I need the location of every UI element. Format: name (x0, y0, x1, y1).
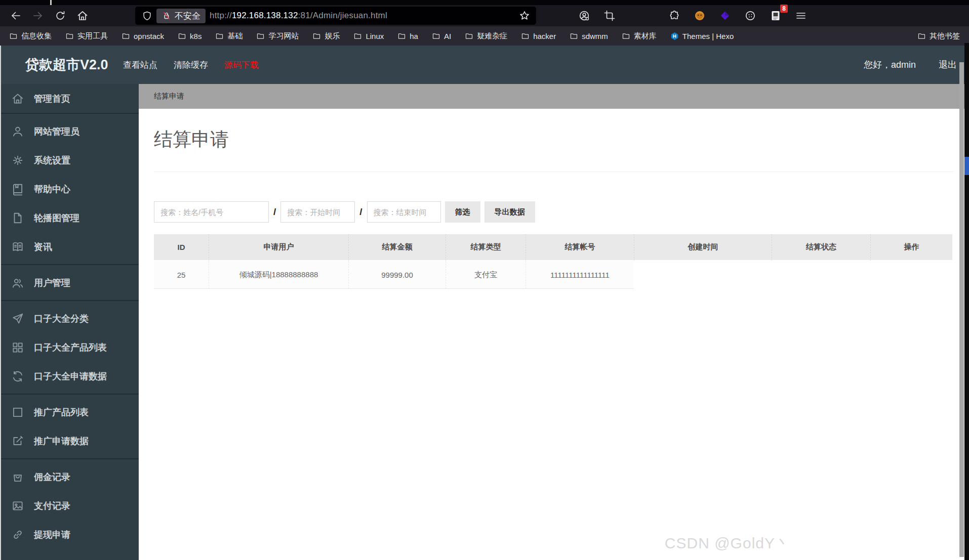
forward-icon[interactable] (30, 8, 46, 23)
extension-diamond-icon[interactable] (717, 8, 733, 23)
home-icon (11, 92, 24, 105)
news-icon (11, 240, 24, 253)
bookmark-item[interactable]: opnstack (122, 32, 164, 40)
page-head: 结算申请 (154, 109, 954, 172)
sidebar: 管理首页网站管理员系统设置帮助中心轮播图管理资讯用户管理口子大全分类口子大全产品… (0, 84, 139, 560)
table-cell: 倾城源码|18888888888 (209, 261, 348, 289)
bookmark-item[interactable]: AI (432, 32, 451, 40)
sidebar-item[interactable]: 轮播图管理 (0, 203, 139, 232)
back-icon[interactable] (8, 8, 23, 23)
table-header-row: ID申请用户结算金额结算类型结算帐号创建时间结算状态操作 (154, 234, 952, 261)
menu-hamburger-icon[interactable] (793, 8, 809, 23)
sidebar-item-label: 推广产品列表 (34, 406, 89, 418)
table-cell: 1111111111111111 (526, 261, 634, 289)
admin-nav-link[interactable]: 源码下载 (224, 59, 259, 71)
bookmark-label: ha (410, 32, 418, 40)
shield-icon[interactable] (139, 8, 154, 23)
bookmark-item[interactable]: 信息收集 (9, 31, 52, 41)
reload-icon[interactable] (53, 8, 68, 23)
bookmark-label: 学习网站 (268, 31, 299, 41)
cookie-extension-icon[interactable] (743, 8, 758, 23)
admin-nav-link[interactable]: 清除缓存 (174, 59, 208, 71)
sidebar-item[interactable]: 网站管理员 (0, 117, 139, 146)
screen-right-edge (964, 43, 969, 560)
url-bar[interactable]: 不安全 http://192.168.138.132:81/Admin/jies… (135, 7, 536, 25)
url-scheme: http:// (210, 11, 232, 20)
sidebar-item[interactable]: 系统设置 (0, 146, 139, 175)
bookmark-label: Themes | Hexo (682, 32, 734, 40)
link-icon (11, 528, 24, 541)
sidebar-item[interactable]: 口子大全申请数据 (0, 362, 139, 391)
adblock-extension-icon[interactable]: 8 (768, 8, 783, 23)
search-end-time-input[interactable] (367, 201, 441, 223)
sidebar-item-label: 口子大全产品列表 (34, 341, 107, 354)
window-left-edge (0, 46, 1, 560)
bookmark-item[interactable]: hacker (521, 32, 556, 40)
sidebar-item[interactable]: 支付记录 (0, 491, 139, 520)
folder-icon (432, 32, 440, 40)
bookmark-item[interactable]: ha (397, 32, 418, 40)
toolbar-extensions: 8 (577, 8, 809, 23)
sidebar-item-label: 推广申请数据 (34, 435, 89, 447)
bookmark-item[interactable]: sdwmm (570, 32, 608, 40)
bookmark-label: 娱乐 (325, 31, 340, 41)
filter-button[interactable]: 筛选 (445, 201, 480, 223)
bookmark-item[interactable]: k8s (178, 32, 201, 40)
sidebar-item[interactable]: 帮助中心 (0, 175, 139, 203)
export-button[interactable]: 导出数据 (485, 201, 535, 223)
account-icon[interactable] (577, 8, 592, 23)
bookmark-item[interactable]: Linux (353, 32, 384, 40)
bookmark-item[interactable]: Themes | Hexo (670, 32, 734, 40)
vertical-scrollbar[interactable] (959, 46, 964, 560)
sidebar-item[interactable]: 用户管理 (0, 268, 139, 297)
sidebar-item[interactable]: 推广产品列表 (0, 398, 139, 426)
scrollbar-thumb[interactable] (959, 62, 964, 557)
tab-separator (50, 0, 52, 5)
watermark: CSDN @GoldY丶 (665, 533, 791, 554)
sidebar-item[interactable]: 口子大全分类 (0, 304, 139, 333)
extension-fox-icon[interactable] (692, 8, 707, 23)
bookmark-star-icon[interactable] (517, 8, 532, 23)
extensions-puzzle-icon[interactable] (667, 8, 682, 23)
bookmark-item[interactable]: 疑难杂症 (465, 31, 507, 41)
logout-link[interactable]: 退出 (939, 59, 957, 71)
search-start-time-input[interactable] (280, 201, 355, 223)
sidebar-item[interactable]: 推广申请数据 (0, 426, 139, 455)
sidebar-item[interactable]: 提现申请 (0, 520, 139, 549)
browser-home-icon[interactable] (75, 8, 90, 23)
url-text: http://192.168.138.132:81/Admin/jiesuan.… (210, 11, 517, 21)
bookmark-item[interactable]: 基础 (215, 31, 243, 41)
insecure-lock-icon (162, 11, 172, 21)
sidebar-item-label: 资讯 (34, 241, 52, 253)
bookmark-label: hacker (533, 32, 556, 40)
bookmark-item[interactable]: 娱乐 (312, 31, 340, 41)
sidebar-item[interactable]: 口子大全产品列表 (0, 333, 139, 362)
security-chip[interactable]: 不安全 (156, 9, 206, 23)
screen: 不安全 http://192.168.138.132:81/Admin/jies… (0, 0, 969, 560)
sidebar-item[interactable]: 资讯 (0, 232, 139, 261)
right-edge-blue-fragment (964, 157, 969, 175)
bookmarks-bar: 信息收集实用工具opnstackk8s基础学习网站娱乐LinuxhaAI疑难杂症… (0, 26, 969, 46)
sidebar-item-label: 提现申请 (34, 529, 70, 541)
column-header: 结算金额 (348, 234, 446, 261)
bookmark-item[interactable]: 实用工具 (65, 31, 108, 41)
folder-icon (353, 32, 362, 40)
other-bookmarks[interactable]: 其他书签 (917, 31, 960, 41)
column-header: 结算状态 (772, 234, 870, 261)
admin-nav-link[interactable]: 查看站点 (123, 59, 157, 71)
bookmark-item[interactable]: 素材库 (622, 31, 657, 41)
search-keyword-input[interactable] (154, 201, 269, 223)
bookmark-item[interactable]: 学习网站 (256, 31, 299, 41)
file-icon (11, 211, 24, 225)
bookmark-label: 疑难杂症 (477, 31, 507, 41)
send-icon (11, 312, 24, 325)
sidebar-group: 管理首页 (0, 84, 139, 114)
refresh-icon (11, 370, 24, 383)
folder-icon (178, 32, 186, 40)
column-header: 操作 (870, 234, 952, 261)
screenshot-crop-icon[interactable] (602, 8, 617, 23)
sidebar-item[interactable]: 管理首页 (0, 84, 139, 113)
admin-header: 贷款超市V2.0 查看站点清除缓存源码下载 您好，admin 退出 (0, 46, 969, 84)
table-cell: 25 (154, 261, 209, 289)
sidebar-item[interactable]: 佣金记录 (0, 462, 139, 491)
